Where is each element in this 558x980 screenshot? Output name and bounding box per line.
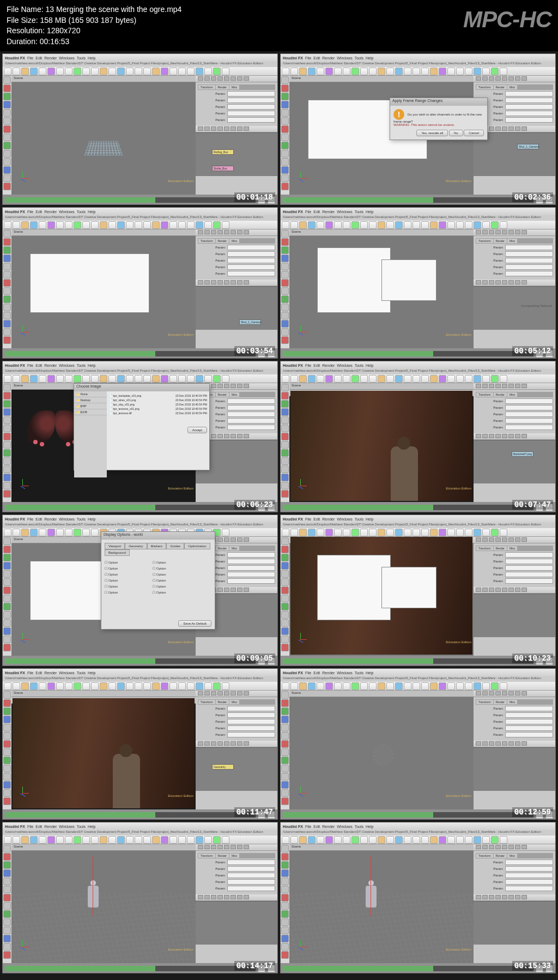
- side-tool-icon[interactable]: [3, 935, 11, 942]
- menu-help[interactable]: Help: [88, 671, 95, 675]
- panel-tab-icon[interactable]: [237, 741, 242, 746]
- side-tool-icon[interactable]: [3, 691, 11, 699]
- menu-windows[interactable]: Windows: [59, 825, 74, 828]
- toolbar-button[interactable]: [325, 836, 333, 844]
- toolbar-button[interactable]: [21, 68, 29, 75]
- side-tool-icon[interactable]: [281, 336, 289, 344]
- toolbar-button[interactable]: [4, 375, 11, 383]
- menu-file[interactable]: File: [27, 825, 33, 828]
- panel-tab-icon[interactable]: [231, 434, 236, 438]
- panel-tab-icon[interactable]: [508, 384, 514, 388]
- toolbar-button[interactable]: [91, 836, 99, 844]
- accept-button[interactable]: Accept: [187, 427, 207, 433]
- toolbar-button[interactable]: [222, 529, 229, 536]
- side-tool-icon[interactable]: [281, 287, 289, 295]
- panel-tab-icon[interactable]: [515, 76, 520, 81]
- toolbar-button[interactable]: [204, 68, 212, 75]
- panel-tab-icon[interactable]: [244, 280, 249, 285]
- toolbar-button[interactable]: [161, 68, 168, 75]
- toolbar-button[interactable]: [4, 221, 11, 229]
- side-tool-icon[interactable]: [281, 853, 289, 861]
- panel-tab-icon[interactable]: [244, 741, 249, 746]
- panel-tab-icon[interactable]: [211, 895, 216, 899]
- toolbar-button[interactable]: [491, 375, 499, 383]
- toolbar-button[interactable]: [395, 221, 403, 229]
- toolbar-button[interactable]: [196, 375, 203, 383]
- timeline-slider[interactable]: [5, 197, 256, 203]
- panel-tab-icon[interactable]: [217, 76, 223, 81]
- toolbar-button[interactable]: [465, 375, 472, 383]
- menu-render[interactable]: Render: [44, 671, 57, 675]
- side-tool-icon[interactable]: [281, 101, 289, 108]
- param-tab[interactable]: Misc: [229, 85, 239, 89]
- panel-tab-icon[interactable]: [231, 691, 236, 695]
- toolbar-button[interactable]: [282, 375, 289, 383]
- param-field[interactable]: [227, 719, 275, 724]
- menu-tools[interactable]: Tools: [77, 825, 86, 828]
- side-tool-icon[interactable]: [3, 287, 11, 295]
- toolbar-button[interactable]: [65, 375, 72, 383]
- panel-tab-icon[interactable]: [495, 126, 501, 131]
- toolbar-button[interactable]: [491, 529, 499, 536]
- panel-tab-icon[interactable]: [482, 895, 488, 899]
- menu-edit[interactable]: Edit: [35, 825, 42, 828]
- param-field[interactable]: [505, 866, 553, 872]
- axis-gizmo[interactable]: [295, 480, 306, 491]
- panel-tab-icon[interactable]: [217, 845, 223, 849]
- side-tool-icon[interactable]: [3, 312, 11, 319]
- panel-tab-icon[interactable]: [489, 126, 494, 131]
- toolbar-button[interactable]: [74, 221, 81, 229]
- toolbar-button[interactable]: [474, 529, 481, 536]
- param-tab[interactable]: Misc: [229, 392, 239, 397]
- side-tool-icon[interactable]: [3, 134, 11, 141]
- panel-tab-icon[interactable]: [482, 230, 488, 234]
- menu-file[interactable]: File: [27, 210, 33, 214]
- panel-tab-icon[interactable]: [476, 280, 481, 285]
- panel-tab-icon[interactable]: [495, 588, 501, 592]
- param-field[interactable]: [505, 719, 553, 724]
- side-tool-icon[interactable]: [281, 312, 289, 319]
- toolbar-button[interactable]: [482, 529, 490, 536]
- panel-tab-icon[interactable]: [237, 845, 242, 849]
- toolbar-button[interactable]: [143, 682, 151, 690]
- side-tool-icon[interactable]: [3, 716, 11, 723]
- side-tool-icon[interactable]: [3, 263, 11, 270]
- side-tool-icon[interactable]: [281, 230, 289, 238]
- panel-tab-icon[interactable]: [489, 588, 494, 592]
- panel-tab-icon[interactable]: [489, 895, 494, 899]
- side-tool-icon[interactable]: [281, 611, 289, 619]
- side-tool-icon[interactable]: [281, 902, 289, 910]
- side-tool-icon[interactable]: [281, 894, 289, 902]
- toolbar-button[interactable]: [82, 682, 90, 690]
- toolbar-button[interactable]: [91, 68, 99, 75]
- side-tool-icon[interactable]: [3, 748, 11, 756]
- side-tool-icon[interactable]: [281, 400, 289, 408]
- toolbar-button[interactable]: [360, 682, 368, 690]
- side-tool-icon[interactable]: [3, 279, 11, 287]
- toolbar-button[interactable]: [343, 836, 350, 844]
- panel-tab-icon[interactable]: [224, 434, 229, 438]
- toolbar-button[interactable]: [39, 375, 46, 383]
- param-tab[interactable]: Misc: [507, 85, 517, 89]
- side-tool-icon[interactable]: [281, 134, 289, 141]
- panel-tab-icon[interactable]: [508, 588, 514, 592]
- toolbar-button[interactable]: [65, 68, 72, 75]
- panel-tab-icon[interactable]: [476, 76, 481, 81]
- panel-tab-icon[interactable]: [495, 384, 501, 388]
- panel-tab-icon[interactable]: [198, 230, 203, 234]
- side-tool-icon[interactable]: [3, 546, 11, 553]
- param-field[interactable]: [505, 91, 553, 96]
- side-tool-icon[interactable]: [281, 238, 289, 246]
- panel-tab-icon[interactable]: [476, 537, 481, 542]
- menu-windows[interactable]: Windows: [59, 364, 74, 367]
- toolbar-button[interactable]: [91, 529, 99, 536]
- toolbar-button[interactable]: [47, 682, 55, 690]
- toolbar-button[interactable]: [13, 375, 20, 383]
- toolbar-button[interactable]: [65, 221, 72, 229]
- toolbar-button[interactable]: [421, 682, 429, 690]
- toolbar-button[interactable]: [222, 375, 229, 383]
- side-tool-icon[interactable]: [3, 109, 11, 117]
- param-tab[interactable]: Render: [494, 392, 507, 397]
- thumbnail[interactable]: Houdini FXFileEditRenderWindowsToolsHelp…: [280, 53, 556, 205]
- toolbar-button[interactable]: [351, 682, 359, 690]
